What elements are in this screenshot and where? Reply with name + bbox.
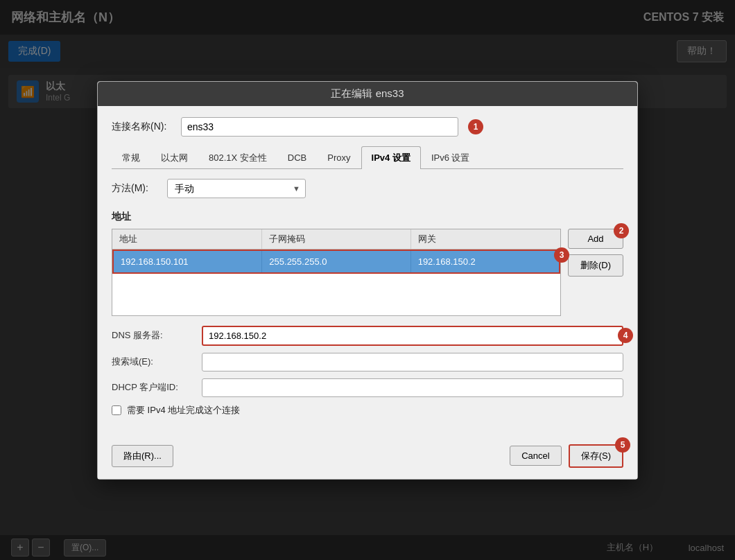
badge-5: 5 xyxy=(615,437,630,453)
address-section-title: 地址 xyxy=(112,211,623,223)
address-table: 地址 子网掩码 网关 192.168.150.101 255.255.255.0… xyxy=(112,229,561,316)
col-gateway-header: 网关 xyxy=(411,229,560,249)
cancel-button[interactable]: Cancel xyxy=(510,446,561,466)
method-row: 方法(M): 手动 xyxy=(112,179,623,198)
connection-name-row: 连接名称(N): 1 xyxy=(112,117,623,137)
modal-titlebar: 正在编辑 ens33 xyxy=(98,82,637,106)
ipv4-required-checkbox[interactable] xyxy=(112,405,121,415)
address-table-header: 地址 子网掩码 网关 xyxy=(112,229,560,250)
route-button[interactable]: 路由(R)... xyxy=(112,445,173,467)
tab-proxy[interactable]: Proxy xyxy=(317,147,361,168)
dns-row: DNS 服务器: 4 xyxy=(112,326,623,346)
dhcp-row: DHCP 客户端ID: xyxy=(112,378,623,397)
tab-ethernet[interactable]: 以太网 xyxy=(150,146,198,169)
tab-ipv4[interactable]: IPv4 设置 xyxy=(361,146,421,169)
badge-3: 3 xyxy=(554,247,569,263)
search-label: 搜索域(E): xyxy=(112,356,195,368)
tab-dcb[interactable]: DCB xyxy=(277,147,317,168)
method-select[interactable]: 手动 xyxy=(167,179,306,198)
modal-footer: 路由(R)... Cancel 保存(S) 5 xyxy=(98,437,637,479)
cell-address: 192.168.150.101 xyxy=(114,251,262,272)
tab-security[interactable]: 802.1X 安全性 xyxy=(198,146,277,169)
modal-overlay: 正在编辑 ens33 连接名称(N): 1 常规 以太网 xyxy=(0,0,735,560)
tabs-row: 常规 以太网 802.1X 安全性 DCB Proxy IPv4 设置 xyxy=(112,146,623,169)
dns-label: DNS 服务器: xyxy=(112,329,195,342)
cell-subnet: 255.255.255.0 xyxy=(262,251,410,272)
connection-name-input[interactable] xyxy=(181,117,458,137)
cell-gateway: 192.168.150.2 xyxy=(411,251,559,272)
search-domain-row: 搜索域(E): xyxy=(112,353,623,371)
connection-name-label: 连接名称(N): xyxy=(112,121,174,133)
search-input[interactable] xyxy=(202,353,623,371)
edit-connection-modal: 正在编辑 ens33 连接名称(N): 1 常规 以太网 xyxy=(97,81,638,480)
badge-2: 2 xyxy=(614,223,629,238)
dhcp-label: DHCP 客户端ID: xyxy=(112,381,195,394)
method-label: 方法(M): xyxy=(112,182,160,195)
address-action-buttons: Add 2 删除(D) 3 xyxy=(568,229,623,316)
address-table-container: 地址 子网掩码 网关 192.168.150.101 255.255.255.0… xyxy=(112,229,561,316)
col-address-header: 地址 xyxy=(112,229,262,249)
tab-ipv6[interactable]: IPv6 设置 xyxy=(421,146,481,169)
ipv4-required-checkbox-row: 需要 IPv4 地址完成这个连接 xyxy=(112,404,623,417)
dhcp-input[interactable] xyxy=(202,378,623,397)
modal-body: 连接名称(N): 1 常规 以太网 802.1X 安全性 xyxy=(98,106,637,437)
checkbox-label: 需要 IPv4 地址完成这个连接 xyxy=(127,404,240,417)
modal-title: 正在编辑 ens33 xyxy=(331,87,404,99)
address-section: 地址 子网掩码 网关 192.168.150.101 255.255.255.0… xyxy=(112,229,623,316)
tab-general[interactable]: 常规 xyxy=(112,146,150,169)
badge-4: 4 xyxy=(618,328,633,343)
method-select-wrap: 手动 xyxy=(167,179,306,198)
table-row[interactable]: 192.168.150.101 255.255.255.0 192.168.15… xyxy=(112,250,560,274)
delete-address-button[interactable]: 删除(D) xyxy=(568,254,623,277)
badge-1: 1 xyxy=(468,119,483,134)
address-empty-area xyxy=(112,274,560,315)
dns-input[interactable] xyxy=(202,326,623,346)
col-subnet-header: 子网掩码 xyxy=(262,229,412,249)
